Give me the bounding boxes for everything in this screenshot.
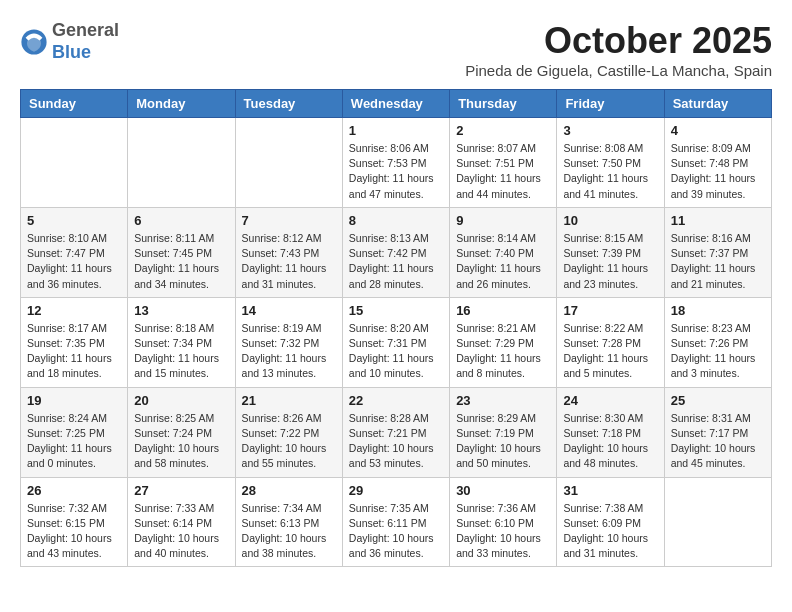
calendar-cell: 7Sunrise: 8:12 AM Sunset: 7:43 PM Daylig…	[235, 207, 342, 297]
day-info: Sunrise: 8:26 AM Sunset: 7:22 PM Dayligh…	[242, 411, 336, 472]
weekday-header-thursday: Thursday	[450, 90, 557, 118]
day-number: 10	[563, 213, 657, 228]
day-info: Sunrise: 8:19 AM Sunset: 7:32 PM Dayligh…	[242, 321, 336, 382]
calendar-cell: 4Sunrise: 8:09 AM Sunset: 7:48 PM Daylig…	[664, 118, 771, 208]
day-info: Sunrise: 8:09 AM Sunset: 7:48 PM Dayligh…	[671, 141, 765, 202]
day-info: Sunrise: 8:17 AM Sunset: 7:35 PM Dayligh…	[27, 321, 121, 382]
calendar-cell: 17Sunrise: 8:22 AM Sunset: 7:28 PM Dayli…	[557, 297, 664, 387]
day-info: Sunrise: 8:24 AM Sunset: 7:25 PM Dayligh…	[27, 411, 121, 472]
day-number: 24	[563, 393, 657, 408]
calendar-cell: 9Sunrise: 8:14 AM Sunset: 7:40 PM Daylig…	[450, 207, 557, 297]
title-block: October 2025 Pineda de Giguela, Castille…	[465, 20, 772, 79]
day-info: Sunrise: 7:35 AM Sunset: 6:11 PM Dayligh…	[349, 501, 443, 562]
day-number: 17	[563, 303, 657, 318]
day-number: 8	[349, 213, 443, 228]
day-number: 25	[671, 393, 765, 408]
day-info: Sunrise: 8:22 AM Sunset: 7:28 PM Dayligh…	[563, 321, 657, 382]
logo-blue-text: Blue	[52, 42, 91, 62]
location-subtitle: Pineda de Giguela, Castille-La Mancha, S…	[465, 62, 772, 79]
day-info: Sunrise: 8:30 AM Sunset: 7:18 PM Dayligh…	[563, 411, 657, 472]
calendar-cell: 18Sunrise: 8:23 AM Sunset: 7:26 PM Dayli…	[664, 297, 771, 387]
calendar-cell: 12Sunrise: 8:17 AM Sunset: 7:35 PM Dayli…	[21, 297, 128, 387]
calendar-cell	[664, 477, 771, 567]
day-info: Sunrise: 8:29 AM Sunset: 7:19 PM Dayligh…	[456, 411, 550, 472]
day-number: 3	[563, 123, 657, 138]
day-number: 27	[134, 483, 228, 498]
weekday-header-tuesday: Tuesday	[235, 90, 342, 118]
day-number: 2	[456, 123, 550, 138]
day-info: Sunrise: 8:23 AM Sunset: 7:26 PM Dayligh…	[671, 321, 765, 382]
calendar-cell: 22Sunrise: 8:28 AM Sunset: 7:21 PM Dayli…	[342, 387, 449, 477]
calendar-cell: 25Sunrise: 8:31 AM Sunset: 7:17 PM Dayli…	[664, 387, 771, 477]
day-number: 30	[456, 483, 550, 498]
day-info: Sunrise: 8:13 AM Sunset: 7:42 PM Dayligh…	[349, 231, 443, 292]
calendar-cell: 27Sunrise: 7:33 AM Sunset: 6:14 PM Dayli…	[128, 477, 235, 567]
day-number: 13	[134, 303, 228, 318]
day-number: 19	[27, 393, 121, 408]
day-number: 23	[456, 393, 550, 408]
calendar-cell: 5Sunrise: 8:10 AM Sunset: 7:47 PM Daylig…	[21, 207, 128, 297]
month-title: October 2025	[465, 20, 772, 62]
calendar-table: SundayMondayTuesdayWednesdayThursdayFrid…	[20, 89, 772, 567]
day-info: Sunrise: 8:18 AM Sunset: 7:34 PM Dayligh…	[134, 321, 228, 382]
day-info: Sunrise: 7:32 AM Sunset: 6:15 PM Dayligh…	[27, 501, 121, 562]
calendar-cell: 23Sunrise: 8:29 AM Sunset: 7:19 PM Dayli…	[450, 387, 557, 477]
day-info: Sunrise: 8:21 AM Sunset: 7:29 PM Dayligh…	[456, 321, 550, 382]
logo-icon	[20, 28, 48, 56]
day-info: Sunrise: 8:08 AM Sunset: 7:50 PM Dayligh…	[563, 141, 657, 202]
page-header: General Blue October 2025 Pineda de Gigu…	[20, 20, 772, 79]
day-number: 6	[134, 213, 228, 228]
day-number: 5	[27, 213, 121, 228]
day-number: 12	[27, 303, 121, 318]
calendar-week-4: 19Sunrise: 8:24 AM Sunset: 7:25 PM Dayli…	[21, 387, 772, 477]
day-number: 22	[349, 393, 443, 408]
logo: General Blue	[20, 20, 119, 63]
weekday-header-row: SundayMondayTuesdayWednesdayThursdayFrid…	[21, 90, 772, 118]
calendar-cell	[235, 118, 342, 208]
calendar-cell: 1Sunrise: 8:06 AM Sunset: 7:53 PM Daylig…	[342, 118, 449, 208]
day-info: Sunrise: 7:38 AM Sunset: 6:09 PM Dayligh…	[563, 501, 657, 562]
calendar-cell: 30Sunrise: 7:36 AM Sunset: 6:10 PM Dayli…	[450, 477, 557, 567]
calendar-cell: 13Sunrise: 8:18 AM Sunset: 7:34 PM Dayli…	[128, 297, 235, 387]
day-info: Sunrise: 8:14 AM Sunset: 7:40 PM Dayligh…	[456, 231, 550, 292]
day-info: Sunrise: 8:20 AM Sunset: 7:31 PM Dayligh…	[349, 321, 443, 382]
day-number: 7	[242, 213, 336, 228]
day-info: Sunrise: 8:10 AM Sunset: 7:47 PM Dayligh…	[27, 231, 121, 292]
calendar-week-5: 26Sunrise: 7:32 AM Sunset: 6:15 PM Dayli…	[21, 477, 772, 567]
day-number: 11	[671, 213, 765, 228]
calendar-cell: 19Sunrise: 8:24 AM Sunset: 7:25 PM Dayli…	[21, 387, 128, 477]
day-number: 16	[456, 303, 550, 318]
calendar-body: 1Sunrise: 8:06 AM Sunset: 7:53 PM Daylig…	[21, 118, 772, 567]
calendar-cell	[128, 118, 235, 208]
day-number: 1	[349, 123, 443, 138]
day-info: Sunrise: 8:12 AM Sunset: 7:43 PM Dayligh…	[242, 231, 336, 292]
day-number: 26	[27, 483, 121, 498]
day-number: 18	[671, 303, 765, 318]
calendar-week-2: 5Sunrise: 8:10 AM Sunset: 7:47 PM Daylig…	[21, 207, 772, 297]
day-info: Sunrise: 8:28 AM Sunset: 7:21 PM Dayligh…	[349, 411, 443, 472]
calendar-cell: 31Sunrise: 7:38 AM Sunset: 6:09 PM Dayli…	[557, 477, 664, 567]
calendar-cell: 2Sunrise: 8:07 AM Sunset: 7:51 PM Daylig…	[450, 118, 557, 208]
calendar-cell: 21Sunrise: 8:26 AM Sunset: 7:22 PM Dayli…	[235, 387, 342, 477]
day-info: Sunrise: 8:25 AM Sunset: 7:24 PM Dayligh…	[134, 411, 228, 472]
day-number: 4	[671, 123, 765, 138]
weekday-header-friday: Friday	[557, 90, 664, 118]
day-info: Sunrise: 8:07 AM Sunset: 7:51 PM Dayligh…	[456, 141, 550, 202]
day-number: 21	[242, 393, 336, 408]
calendar-cell: 14Sunrise: 8:19 AM Sunset: 7:32 PM Dayli…	[235, 297, 342, 387]
day-number: 14	[242, 303, 336, 318]
calendar-cell: 16Sunrise: 8:21 AM Sunset: 7:29 PM Dayli…	[450, 297, 557, 387]
calendar-cell	[21, 118, 128, 208]
logo-general-text: General	[52, 20, 119, 40]
calendar-cell: 26Sunrise: 7:32 AM Sunset: 6:15 PM Dayli…	[21, 477, 128, 567]
day-info: Sunrise: 8:16 AM Sunset: 7:37 PM Dayligh…	[671, 231, 765, 292]
day-number: 15	[349, 303, 443, 318]
day-info: Sunrise: 8:15 AM Sunset: 7:39 PM Dayligh…	[563, 231, 657, 292]
day-info: Sunrise: 8:11 AM Sunset: 7:45 PM Dayligh…	[134, 231, 228, 292]
day-info: Sunrise: 7:34 AM Sunset: 6:13 PM Dayligh…	[242, 501, 336, 562]
day-info: Sunrise: 7:33 AM Sunset: 6:14 PM Dayligh…	[134, 501, 228, 562]
calendar-cell: 10Sunrise: 8:15 AM Sunset: 7:39 PM Dayli…	[557, 207, 664, 297]
weekday-header-saturday: Saturday	[664, 90, 771, 118]
calendar-cell: 28Sunrise: 7:34 AM Sunset: 6:13 PM Dayli…	[235, 477, 342, 567]
calendar-cell: 15Sunrise: 8:20 AM Sunset: 7:31 PM Dayli…	[342, 297, 449, 387]
